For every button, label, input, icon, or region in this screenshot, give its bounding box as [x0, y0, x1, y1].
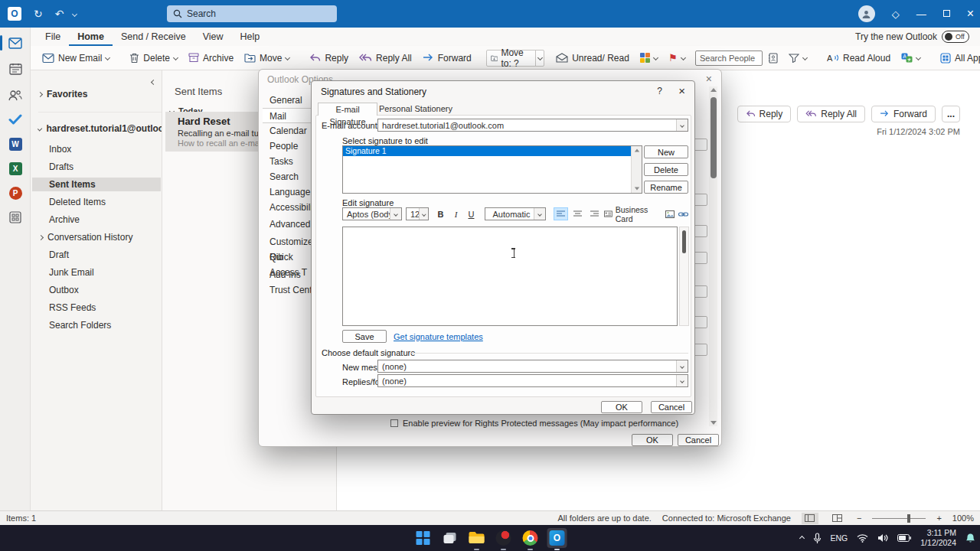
business-card-button[interactable]: Business Card: [604, 207, 662, 220]
folder-rss-feeds[interactable]: RSS Feeds: [49, 301, 162, 315]
signature-edit-area[interactable]: [342, 227, 678, 326]
notification-bell-icon[interactable]: [965, 533, 975, 543]
account-header[interactable]: hardreset.tutorial1@outlook....: [38, 122, 162, 135]
zoom-in-button[interactable]: +: [936, 514, 941, 523]
chevron-down-icon[interactable]: [419, 208, 428, 220]
signatures-close-button[interactable]: ×: [678, 84, 685, 97]
reply-all-button-reading[interactable]: Reply All: [797, 106, 865, 122]
menu-view[interactable]: View: [194, 28, 232, 46]
chevron-down-icon[interactable]: [681, 55, 686, 60]
chevron-down-icon[interactable]: [676, 375, 688, 386]
unread-read-button[interactable]: Unread/ Read: [550, 50, 635, 67]
reply-all-button[interactable]: Reply All: [354, 50, 417, 67]
address-book-button[interactable]: [763, 50, 783, 67]
file-explorer-button[interactable]: [467, 528, 487, 548]
zoom-slider-thumb[interactable]: [907, 514, 910, 523]
microphone-icon[interactable]: [813, 533, 822, 544]
battery-icon[interactable]: [897, 534, 911, 542]
underline-button[interactable]: U: [465, 207, 478, 220]
bold-button[interactable]: B: [434, 207, 447, 220]
folder-deleted-items[interactable]: Deleted Items: [49, 195, 162, 209]
folder-draft[interactable]: Draft: [49, 248, 162, 262]
replies-forwards-combo[interactable]: (none): [377, 374, 688, 387]
align-left-button[interactable]: [554, 207, 568, 220]
sync-icon[interactable]: ↻: [34, 8, 43, 20]
email-account-combo[interactable]: hardreset.tutorial1@outlook.com: [377, 119, 688, 132]
scrollbar-thumb[interactable]: [710, 97, 717, 178]
media-app-button[interactable]: [494, 528, 514, 548]
chevron-down-icon[interactable]: [534, 208, 545, 220]
edit-area-scrollbar[interactable]: [679, 227, 689, 326]
scroll-down-icon[interactable]: [634, 187, 639, 191]
more-actions-button[interactable]: ...: [942, 106, 960, 122]
rail-powerpoint-icon[interactable]: P: [6, 184, 24, 202]
italic-button[interactable]: I: [449, 207, 462, 220]
minimize-button[interactable]: —: [916, 8, 926, 20]
scroll-up-icon[interactable]: [710, 88, 717, 92]
menu-help[interactable]: Help: [232, 28, 269, 46]
search-box[interactable]: Search: [167, 5, 337, 22]
scroll-down-icon[interactable]: [710, 421, 717, 425]
speaker-icon[interactable]: [877, 533, 888, 543]
outlook-taskbar-button[interactable]: O: [547, 528, 567, 548]
favorites-header[interactable]: Favorites: [38, 87, 162, 101]
folder-junk-email[interactable]: Junk Email: [49, 266, 162, 279]
reading-view-button[interactable]: [802, 513, 818, 524]
menu-send-receive[interactable]: Send / Receive: [113, 28, 194, 46]
undo-icon[interactable]: ↶: [55, 8, 64, 20]
archive-button[interactable]: Archive: [183, 50, 239, 67]
scroll-up-icon[interactable]: [634, 149, 639, 152]
options-scrollbar[interactable]: [709, 86, 717, 426]
folder-sent-items[interactable]: Sent Items: [32, 178, 161, 191]
rail-calendar-icon[interactable]: [6, 60, 24, 78]
task-view-button[interactable]: [440, 528, 460, 548]
premium-gem-icon[interactable]: ◇: [892, 8, 900, 20]
chevron-down-icon[interactable]: [676, 360, 688, 372]
signature-list[interactable]: Signature 1: [342, 145, 642, 194]
tray-expand-icon[interactable]: [799, 535, 804, 540]
folder-drafts[interactable]: Drafts: [49, 160, 162, 174]
save-button[interactable]: Save: [342, 330, 387, 343]
start-button[interactable]: [413, 528, 433, 548]
language-indicator[interactable]: ENG: [831, 533, 848, 543]
chevron-down-icon[interactable]: [802, 55, 808, 60]
forward-button-reading[interactable]: Forward: [871, 106, 936, 122]
chevron-down-icon[interactable]: [173, 55, 178, 60]
rail-todo-icon[interactable]: [6, 110, 24, 129]
flag-button[interactable]: ⚑: [663, 50, 691, 66]
zoom-slider[interactable]: [872, 518, 926, 519]
chevron-down-icon[interactable]: [390, 208, 401, 220]
rail-more-apps-icon[interactable]: [6, 208, 24, 227]
chevron-down-icon[interactable]: [105, 55, 110, 60]
signature-list-item-selected[interactable]: Signature 1: [343, 146, 631, 156]
chevron-down-icon[interactable]: [676, 119, 688, 131]
quick-access-caret-icon[interactable]: [72, 11, 77, 16]
reply-button-reading[interactable]: Reply: [737, 106, 792, 122]
chevron-down-icon[interactable]: [285, 55, 290, 60]
signature-templates-link[interactable]: Get signature templates: [394, 332, 483, 341]
close-button[interactable]: ×: [967, 7, 974, 21]
tab-personal-stationery[interactable]: Personal Stationery: [379, 103, 452, 116]
all-apps-button[interactable]: All Apps: [935, 50, 980, 67]
insert-link-button[interactable]: [678, 207, 689, 220]
collapse-folder-pane-icon[interactable]: [151, 80, 156, 85]
font-color-combo[interactable]: Automatic: [485, 207, 546, 220]
rail-excel-icon[interactable]: X: [6, 159, 24, 178]
folder-search-folders[interactable]: Search Folders: [49, 318, 162, 332]
rail-word-icon[interactable]: W: [6, 135, 24, 153]
signatures-cancel-button[interactable]: Cancel: [651, 401, 692, 413]
chrome-button[interactable]: [521, 528, 541, 548]
categorize-button[interactable]: [635, 50, 664, 67]
font-size-combo[interactable]: 12: [406, 207, 429, 220]
reply-button[interactable]: Reply: [304, 50, 354, 67]
move-to-combo[interactable]: Move to: ?: [486, 50, 544, 67]
font-family-combo[interactable]: Aptos (Body): [342, 207, 402, 220]
help-button[interactable]: ?: [657, 86, 662, 96]
scrollbar-thumb[interactable]: [682, 230, 686, 253]
delete-signature-button[interactable]: Delete: [644, 163, 688, 176]
chevron-down-icon[interactable]: [916, 55, 921, 60]
folder-conversation-history[interactable]: Conversation History: [39, 230, 162, 244]
new-email-button[interactable]: New Email: [37, 50, 115, 67]
translate-button[interactable]: A: [896, 50, 926, 66]
options-close-button[interactable]: ×: [706, 73, 712, 85]
